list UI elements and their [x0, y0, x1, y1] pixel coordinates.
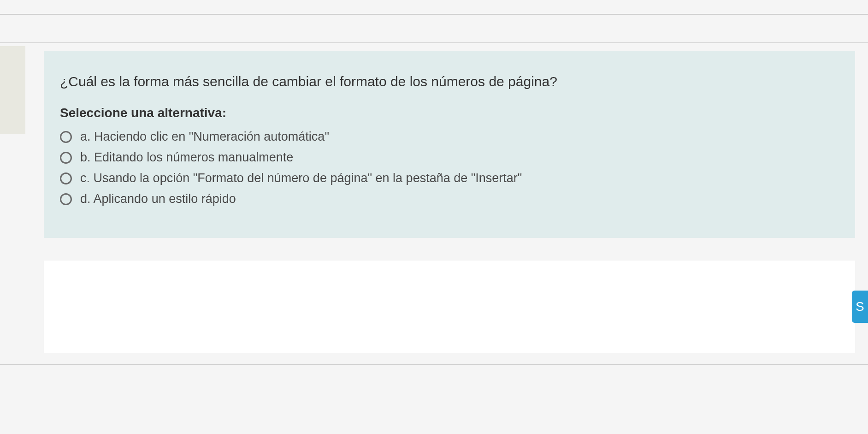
radio-button-d[interactable]: [60, 193, 72, 205]
option-letter-a: a.: [80, 130, 91, 143]
radio-button-c[interactable]: [60, 172, 72, 184]
option-label-c[interactable]: c. Usando la opción "Formato del número …: [80, 171, 522, 185]
option-label-a[interactable]: a. Haciendo clic en "Numeración automáti…: [80, 130, 329, 144]
instruction-text: Seleccione una alternativa:: [60, 106, 839, 120]
option-row-a[interactable]: a. Haciendo clic en "Numeración automáti…: [60, 130, 839, 144]
option-row-b[interactable]: b. Editando los números manualmente: [60, 150, 839, 165]
top-divider-2: [0, 42, 868, 43]
radio-button-b[interactable]: [60, 152, 72, 164]
option-letter-d: d.: [80, 192, 91, 206]
radio-button-a[interactable]: [60, 131, 72, 143]
submit-button[interactable]: S: [852, 291, 868, 323]
question-text: ¿Cuál es la forma más sencilla de cambia…: [60, 74, 839, 89]
submit-label: S: [856, 299, 864, 314]
question-container: ¿Cuál es la forma más sencilla de cambia…: [44, 51, 855, 238]
answer-area: [44, 261, 855, 353]
option-row-c[interactable]: c. Usando la opción "Formato del número …: [60, 171, 839, 185]
top-divider: [0, 14, 868, 15]
sidebar-placeholder: [0, 46, 25, 134]
option-letter-b: b.: [80, 150, 91, 164]
option-label-b[interactable]: b. Editando los números manualmente: [80, 150, 293, 165]
option-letter-c: c.: [80, 171, 90, 185]
option-text-a: Haciendo clic en "Numeración automática": [94, 130, 329, 143]
option-label-d[interactable]: d. Aplicando un estilo rápido: [80, 192, 236, 206]
option-text-c: Usando la opción "Formato del número de …: [94, 171, 522, 185]
option-row-d[interactable]: d. Aplicando un estilo rápido: [60, 192, 839, 206]
option-text-b: Editando los números manualmente: [94, 150, 293, 164]
bottom-divider: [0, 364, 868, 365]
option-text-d: Aplicando un estilo rápido: [94, 192, 236, 206]
